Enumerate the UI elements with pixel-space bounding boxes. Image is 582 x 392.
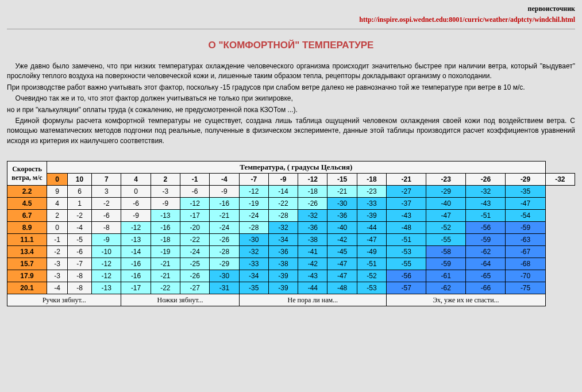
temp-header-cell: -15 (327, 174, 357, 186)
value-cell: -14 (268, 186, 298, 198)
value-cell: -43 (387, 210, 426, 222)
value-cell: -47 (327, 270, 357, 282)
paragraph: При производстве работ важно учитывать э… (7, 83, 575, 93)
value-cell: -63 (506, 234, 545, 246)
value-cell: -17 (121, 282, 151, 294)
value-cell: -40 (426, 198, 466, 210)
value-cell: -24 (239, 210, 268, 222)
value-cell: -2 (92, 198, 121, 210)
value-cell: -34 (239, 270, 268, 282)
paragraph: Очевидно так же и то, что этот фактор до… (7, 94, 575, 103)
speed-cell: 6.7 (7, 210, 47, 222)
value-cell: -38 (298, 234, 327, 246)
value-cell: -12 (239, 186, 268, 198)
value-cell: -9 (121, 210, 151, 222)
value-cell: -51 (357, 258, 386, 270)
table-header-row: Скорость ветра, м/с Температура, ( граду… (7, 162, 575, 174)
value-cell: -22 (268, 198, 298, 210)
value-cell: -41 (298, 246, 327, 258)
value-cell: -70 (506, 270, 545, 282)
value-cell: -59 (506, 222, 545, 234)
value-cell: -18 (151, 234, 180, 246)
value-cell: -9 (92, 234, 121, 246)
value-cell: -49 (357, 246, 386, 258)
paragraph: но и при "калькуляции" оплаты труда (к с… (7, 105, 575, 115)
value-cell: -13 (92, 282, 121, 294)
value-cell: -36 (268, 246, 298, 258)
value-cell: -10 (92, 246, 121, 258)
value-cell: -18 (298, 186, 327, 198)
value-cell: -27 (387, 186, 426, 198)
value-cell: -28 (210, 246, 239, 258)
value-cell: -5 (67, 234, 91, 246)
value-cell: -4 (67, 222, 91, 234)
value-cell: -67 (506, 246, 545, 258)
value-cell: -6 (180, 186, 210, 198)
value-cell: -2 (67, 210, 91, 222)
value-cell: -59 (426, 258, 466, 270)
value-cell: -21 (210, 210, 239, 222)
temp-header-cell: -12 (298, 174, 327, 186)
value-cell: -28 (239, 222, 268, 234)
value-cell: -30 (239, 234, 268, 246)
temp-header-cell: -4 (210, 174, 239, 186)
value-cell: -32 (239, 246, 268, 258)
value-cell: -16 (121, 258, 151, 270)
value-cell: -6 (121, 198, 151, 210)
value-cell: -36 (298, 222, 327, 234)
value-cell: -8 (92, 222, 121, 234)
value-cell: -13 (121, 234, 151, 246)
value-cell: -52 (426, 222, 466, 234)
value-cell: -3 (47, 258, 68, 270)
temp-header-cell: -7 (239, 174, 268, 186)
value-cell: -66 (466, 282, 506, 294)
table-row: 13.4-2-6-10-14-19-24-28-32-36-41-45-49-5… (7, 246, 575, 258)
value-cell: -28 (268, 210, 298, 222)
value-cell: -47 (327, 258, 357, 270)
value-cell: -45 (327, 246, 357, 258)
temp-header-cell: -23 (426, 174, 466, 186)
speed-cell: 15.7 (7, 258, 47, 270)
value-cell: -35 (239, 282, 268, 294)
value-cell: -51 (387, 234, 426, 246)
value-cell: 6 (67, 186, 91, 198)
value-cell: -12 (92, 258, 121, 270)
table-row: 17.9-3-8-12-16-21-26-30-34-39-43-47-52-5… (7, 270, 575, 282)
table-row: 20.1-4-8-13-17-22-27-31-35-39-44-48-53-5… (7, 282, 575, 294)
value-cell: -64 (466, 258, 506, 270)
source-label: первоисточник (7, 5, 575, 13)
temp-header-cell: -18 (357, 174, 386, 186)
speed-cell: 13.4 (7, 246, 47, 258)
value-cell: -16 (121, 270, 151, 282)
value-cell: -61 (426, 270, 466, 282)
paragraph: Уже давно было замечено, что при низких … (7, 62, 575, 82)
value-cell: -38 (268, 258, 298, 270)
source-url[interactable]: http://inspire.ospi.wednet.edu:8001/curr… (7, 16, 575, 24)
value-cell: -56 (466, 222, 506, 234)
windchill-table: Скорость ветра, м/с Температура, ( граду… (7, 161, 575, 306)
temp-header-cell: -21 (387, 174, 426, 186)
value-cell: -30 (210, 270, 239, 282)
value-cell: -47 (426, 210, 466, 222)
value-cell: 2 (47, 210, 68, 222)
divider (7, 29, 575, 29)
value-cell: -33 (239, 258, 268, 270)
value-cell: -56 (387, 270, 426, 282)
value-cell: -12 (180, 198, 210, 210)
speed-cell: 8.9 (7, 222, 47, 234)
value-cell: -26 (180, 270, 210, 282)
value-cell: 9 (47, 186, 68, 198)
value-cell: -20 (180, 222, 210, 234)
temp-header-cell: 7 (92, 174, 121, 186)
value-cell: -48 (387, 222, 426, 234)
value-cell: -57 (387, 282, 426, 294)
value-cell: -47 (357, 234, 386, 246)
value-cell: -44 (357, 222, 386, 234)
value-cell: -3 (47, 270, 68, 282)
category-cell: Не пора ли нам... (239, 294, 386, 306)
value-cell: -42 (327, 234, 357, 246)
value-cell: -32 (298, 210, 327, 222)
temp-header-cell: 4 (121, 174, 151, 186)
value-cell: -33 (357, 198, 386, 210)
value-cell: -58 (426, 246, 466, 258)
